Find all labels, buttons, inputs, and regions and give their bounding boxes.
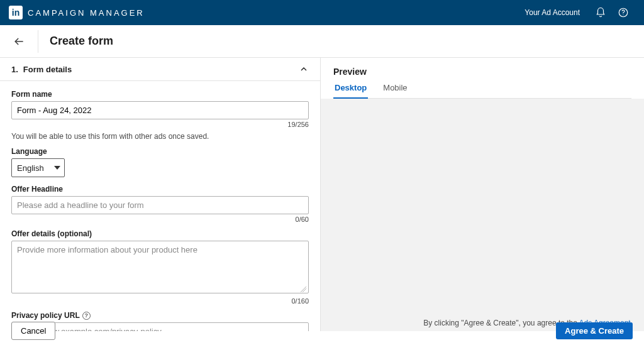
page-title: Create form (50, 35, 113, 48)
brand-text: CAMPAIGN MANAGER (28, 8, 145, 18)
divider (38, 30, 38, 53)
language-label: Language (11, 147, 309, 156)
language-select[interactable]: English (11, 158, 65, 177)
form-name-hint: You will be able to use this form with o… (11, 132, 309, 141)
offer-details-textarea[interactable] (11, 241, 309, 293)
preview-title: Preview (333, 67, 631, 77)
privacy-url-label: Privacy policy URL (11, 311, 80, 320)
top-bar-right: Your Ad Account (525, 7, 629, 18)
svg-point-1 (623, 14, 623, 15)
chevron-up-icon (299, 64, 309, 74)
help-icon[interactable] (618, 7, 629, 18)
linkedin-logo-icon: in (9, 6, 23, 19)
account-label[interactable]: Your Ad Account (525, 8, 580, 17)
section-number: 1. (11, 65, 18, 74)
brand: in CAMPAIGN MANAGER (9, 6, 145, 19)
cancel-button[interactable]: Cancel (11, 322, 55, 340)
preview-canvas (321, 99, 644, 331)
tab-mobile[interactable]: Mobile (382, 83, 408, 98)
preview-panel: Preview Desktop Mobile (321, 58, 644, 331)
form-name-count: 19/256 (11, 121, 309, 128)
offer-headline-count: 0/60 (11, 216, 309, 223)
footer-bar: Cancel Agree & Create (0, 320, 644, 350)
offer-headline-label: Offer Headline (11, 185, 309, 194)
section-title: Form details (23, 65, 72, 74)
main-split: 1. Form details Form name 19/256 You wil… (0, 58, 644, 331)
form-name-label: Form name (11, 90, 309, 99)
agree-create-button[interactable]: Agree & Create (556, 322, 633, 339)
language-value: English (17, 163, 44, 173)
top-bar: in CAMPAIGN MANAGER Your Ad Account (0, 0, 644, 25)
form-panel: 1. Form details Form name 19/256 You wil… (0, 58, 321, 331)
title-bar: Create form (0, 25, 644, 58)
back-button[interactable] (11, 34, 26, 49)
offer-headline-input[interactable] (11, 196, 309, 214)
preview-tabs: Desktop Mobile (333, 83, 631, 99)
offer-details-label: Offer details (optional) (11, 229, 309, 238)
offer-details-count: 0/160 (11, 297, 309, 305)
section-header-form-details[interactable]: 1. Form details (0, 58, 320, 81)
question-icon[interactable]: ? (82, 312, 91, 320)
chevron-down-icon (54, 166, 60, 170)
tab-desktop[interactable]: Desktop (333, 83, 368, 99)
bell-icon[interactable] (595, 7, 606, 18)
form-name-input[interactable] (11, 101, 309, 119)
